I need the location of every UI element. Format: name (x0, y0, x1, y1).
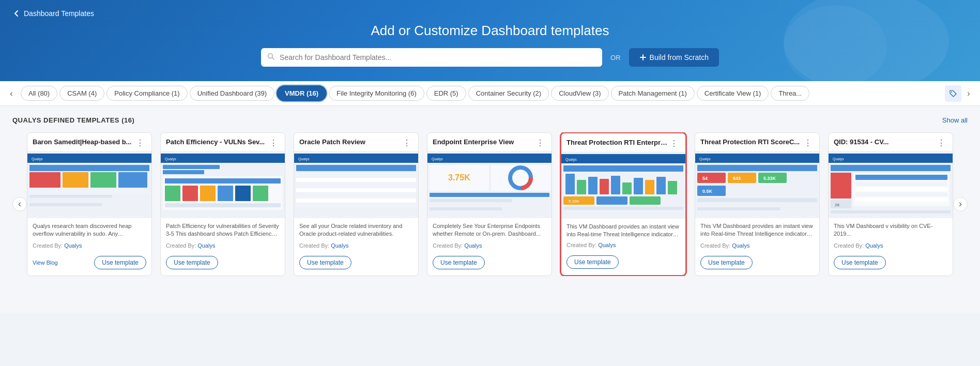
use-template-button[interactable]: Use template (566, 255, 619, 269)
card-footer: View Blog Use template (27, 252, 151, 276)
card-title: Threat Protection RTI ScoreC... (700, 138, 802, 146)
filter-tab-csam[interactable]: CSAM (4) (59, 86, 104, 101)
svg-rect-66 (645, 180, 654, 194)
filter-tab-patch[interactable]: Patch Management (1) (611, 86, 695, 101)
filter-tabs: All (80)CSAM (4)Policy Compliance (1)Uni… (19, 81, 941, 105)
svg-rect-44 (427, 154, 552, 163)
card-card3[interactable]: Oracle Patch Review ⋮ Qualys See all you… (294, 132, 419, 276)
svg-rect-9 (29, 172, 60, 188)
card-body: Qualys research team discovered heap ove… (27, 218, 151, 252)
page-header: Dashboard Templates Add or Customize Das… (0, 0, 980, 81)
search-wrapper (261, 48, 602, 67)
svg-text:Qualys: Qualys (699, 157, 711, 161)
svg-rect-62 (600, 179, 609, 194)
card-card4[interactable]: Endpoint Enterprise View ⋮ Qualys 3.75K … (427, 132, 552, 276)
svg-rect-52 (430, 199, 512, 202)
svg-rect-16 (29, 203, 102, 206)
card-card5[interactable]: Threat Protection RTI Enterpri... ⋮ Qual… (560, 132, 686, 276)
svg-rect-21 (163, 165, 220, 169)
view-blog-link[interactable]: View Blog (33, 260, 58, 266)
svg-rect-73 (563, 207, 683, 210)
card-meta: Created By: Qualys (33, 242, 146, 249)
back-button[interactable]: Dashboard Templates (12, 9, 94, 18)
svg-rect-67 (656, 177, 666, 194)
card-creator: Qualys (865, 242, 883, 249)
card-thumbnail: Qualys 54 643 5.33K 0.5K (695, 151, 819, 218)
search-input[interactable] (261, 48, 602, 67)
svg-rect-102 (831, 210, 951, 213)
card-menu-button[interactable]: ⋮ (534, 138, 546, 148)
svg-rect-64 (622, 182, 632, 194)
cards-scroll-left[interactable]: ‹ (12, 197, 27, 211)
use-template-button[interactable]: Use template (94, 256, 146, 269)
svg-rect-99 (855, 187, 947, 191)
card-description: Patch Efficiency for vulnerabilities of … (166, 222, 280, 239)
filter-tab-policy[interactable]: Policy Compliance (1) (106, 86, 187, 101)
card-menu-button[interactable]: ⋮ (401, 138, 413, 148)
svg-rect-17 (29, 207, 122, 210)
svg-rect-8 (29, 165, 149, 171)
use-template-button[interactable]: Use template (433, 256, 485, 269)
svg-rect-60 (577, 180, 586, 194)
card-card6[interactable]: Threat Protection RTI ScoreC... ⋮ Qualys… (695, 132, 820, 276)
filter-tab-edr[interactable]: EDR (5) (426, 86, 466, 101)
svg-rect-88 (697, 207, 780, 210)
card-footer: Use template (829, 252, 953, 276)
build-from-scratch-button[interactable]: Build from Scratch (629, 48, 719, 67)
card-footer: Use template (695, 252, 819, 276)
svg-text:Qualys: Qualys (833, 157, 844, 161)
card-card2[interactable]: Patch Efficiency - VULNs Sev... ⋮ Qualys… (160, 132, 285, 276)
card-description: This VM Dashboard provides an instant vi… (566, 223, 680, 239)
card-footer: Use template (427, 252, 552, 276)
card-card1[interactable]: Baron Samedit|Heap-based b... ⋮ Qualys Q… (27, 132, 152, 276)
svg-rect-10 (63, 172, 88, 188)
filter-tab-cert[interactable]: Certificate View (1) (697, 86, 769, 101)
filter-tab-container[interactable]: Container Security (2) (468, 86, 549, 101)
card-menu-button[interactable]: ⋮ (668, 139, 680, 148)
card-thumbnail: Qualys (294, 151, 418, 218)
card-meta: Created By: Qualys (433, 242, 546, 249)
card-description: Completely See Your Enterprise Endpoints… (433, 222, 546, 239)
filter-scroll-left[interactable]: ‹ (4, 84, 19, 103)
use-template-button[interactable]: Use template (166, 256, 218, 269)
card-description: Qualys research team discovered heap ove… (33, 222, 146, 239)
card-header: Threat Protection RTI ScoreC... ⋮ (695, 133, 819, 151)
card-title: QID: 91534 - CV... (834, 138, 935, 146)
filter-scroll-right[interactable]: › (961, 84, 976, 103)
filter-tab-unified[interactable]: Unified Dashboard (39) (190, 86, 274, 101)
card-menu-button[interactable]: ⋮ (802, 138, 814, 148)
show-all-link[interactable]: Show all (942, 116, 968, 124)
svg-rect-101 (855, 197, 947, 202)
svg-rect-30 (253, 186, 268, 201)
filter-tab-vmdr[interactable]: VMDR (16) (277, 85, 327, 101)
card-creator: Qualys (598, 242, 616, 248)
use-template-button[interactable]: Use template (700, 256, 753, 269)
filter-tag-icon[interactable] (945, 85, 961, 102)
card-menu-button[interactable]: ⋮ (267, 138, 280, 148)
card-thumbnail: Qualys 5.33K (561, 151, 685, 219)
page-title: Add or Customize Dashboard templates (12, 23, 968, 39)
use-template-button[interactable]: Use template (299, 256, 351, 269)
svg-rect-77 (697, 165, 817, 171)
filter-tab-cloudview[interactable]: CloudView (3) (551, 86, 608, 101)
card-body: This VM Dashboard provides an instant vi… (695, 218, 819, 252)
cards-container: Baron Samedit|Heap-based b... ⋮ Qualys Q… (27, 132, 953, 276)
svg-rect-24 (165, 178, 281, 184)
svg-rect-56 (561, 154, 685, 163)
svg-rect-90 (829, 154, 953, 163)
cards-scroll-right[interactable]: › (953, 197, 968, 211)
svg-rect-35 (296, 165, 416, 171)
svg-rect-75 (695, 154, 819, 163)
card-menu-button[interactable]: ⋮ (134, 138, 146, 148)
card-card7[interactable]: QID: 91534 - CV... ⋮ Qualys 28 This VM D… (828, 132, 953, 276)
filter-tab-threat[interactable]: Threa... (771, 86, 809, 101)
filter-tab-fim[interactable]: File Integrity Monitoring (6) (329, 86, 424, 101)
card-creator: Qualys (331, 242, 348, 249)
card-title: Patch Efficiency - VULNs Sev... (166, 138, 267, 146)
use-template-button[interactable]: Use template (834, 256, 886, 269)
filter-tab-all[interactable]: All (80) (21, 86, 57, 101)
header-controls: OR Build from Scratch (12, 48, 968, 67)
main-content: QUALYS DEFINED TEMPLATES (16) Show all ‹… (0, 106, 980, 313)
card-menu-button[interactable]: ⋮ (935, 138, 947, 148)
svg-rect-15 (29, 199, 133, 202)
